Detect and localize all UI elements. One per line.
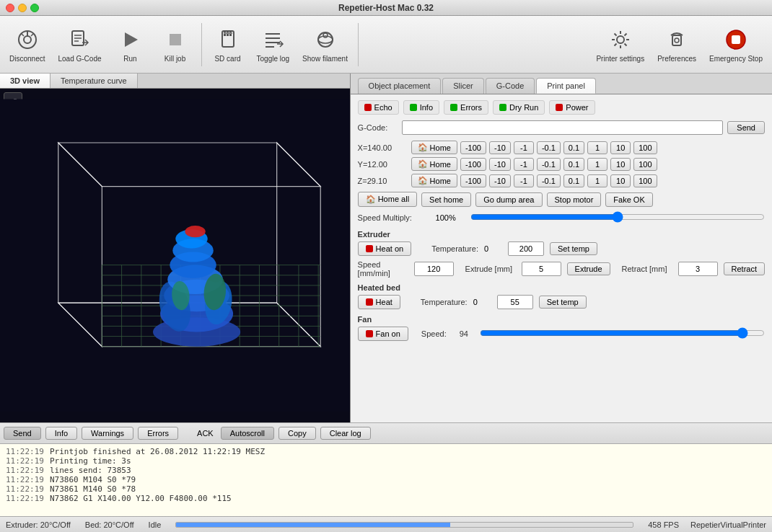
kill-job-button[interactable]: Kill job: [154, 24, 197, 66]
y-minus1-btn[interactable]: -1: [514, 158, 534, 171]
y-plus10-btn[interactable]: 10: [610, 158, 631, 171]
fan-speed-slider[interactable]: [480, 327, 765, 339]
disconnect-label: Disconnect: [9, 55, 45, 63]
x-plus100-btn[interactable]: 100: [633, 141, 657, 154]
errors-indicator[interactable]: Errors: [444, 100, 488, 115]
toggle-log-button[interactable]: Toggle log: [251, 24, 296, 66]
extrude-button[interactable]: Extrude: [567, 262, 610, 275]
y-plus01-btn[interactable]: 0.1: [563, 158, 584, 171]
y-minus100-btn[interactable]: -100: [460, 158, 486, 171]
x-home-button[interactable]: 🏠 Home: [411, 141, 457, 154]
show-filament-button[interactable]: Show filament: [297, 24, 354, 66]
retract-button[interactable]: Retract: [724, 262, 765, 275]
tab-3d-view[interactable]: 3D view: [0, 74, 51, 88]
right-panel: Object placement Slicer G-Code Print pan…: [351, 74, 772, 422]
z-minus10-btn[interactable]: -10: [489, 174, 511, 187]
gcode-send-button[interactable]: Send: [727, 121, 765, 134]
extruder-set-temp-button[interactable]: Set temp: [550, 242, 597, 255]
log-info-button[interactable]: Info: [45, 427, 77, 440]
dry-run-indicator[interactable]: Dry Run: [493, 100, 545, 115]
clear-log-button[interactable]: Clear log: [320, 427, 371, 440]
kill-job-label: Kill job: [165, 55, 185, 63]
log-line-2: 11:22:19 Printing time: 3s: [6, 456, 766, 466]
preferences-icon: [664, 27, 690, 53]
z-minus1-btn[interactable]: -1: [514, 174, 534, 187]
sd-card-button[interactable]: SD card: [206, 24, 250, 66]
gcode-input[interactable]: [402, 120, 724, 135]
bed-set-temp-button[interactable]: Set temp: [539, 296, 587, 309]
z-plus100-btn[interactable]: 100: [633, 174, 657, 187]
y-home-label: Home: [430, 160, 451, 169]
log-send-button[interactable]: Send: [4, 427, 41, 440]
echo-indicator[interactable]: Echo: [358, 100, 399, 115]
dry-run-dot: [499, 104, 506, 111]
power-dot: [556, 104, 563, 111]
y-home-button[interactable]: 🏠 Home: [411, 157, 457, 171]
x-plus10-btn[interactable]: 10: [610, 141, 631, 154]
tab-temperature-curve[interactable]: Temperature curve: [51, 74, 138, 88]
progress-bar: [176, 523, 450, 527]
minimize-btn[interactable]: [18, 4, 27, 12]
y-plus100-btn[interactable]: 100: [633, 158, 657, 171]
z-minus01-btn[interactable]: -0.1: [537, 174, 561, 187]
z-home-button[interactable]: 🏠 Home: [411, 174, 457, 187]
fake-ok-button[interactable]: Fake OK: [605, 192, 652, 207]
maximize-btn[interactable]: [30, 4, 39, 12]
y-plus1-btn[interactable]: 1: [587, 158, 607, 171]
stop-motor-button[interactable]: Stop motor: [547, 192, 602, 207]
speed-multiply-slider[interactable]: [470, 211, 765, 223]
info-label: Info: [420, 103, 433, 112]
go-dump-area-button[interactable]: Go dump area: [475, 192, 542, 207]
z-plus01-btn[interactable]: 0.1: [563, 174, 584, 187]
z-plus1-btn[interactable]: 1: [587, 174, 607, 187]
statusbar: Extruder: 20°C/Off Bed: 20°C/Off Idle 45…: [0, 516, 772, 532]
run-button[interactable]: Run: [109, 24, 152, 66]
x-plus01-btn[interactable]: 0.1: [563, 141, 584, 154]
sd-card-icon: [215, 27, 241, 53]
emergency-stop-button[interactable]: Emergency Stop: [703, 24, 768, 66]
log-warnings-button[interactable]: Warnings: [82, 427, 133, 440]
extruder-temp-set-input[interactable]: [508, 241, 544, 256]
retract-mm-input[interactable]: [678, 262, 718, 276]
close-btn[interactable]: [6, 4, 14, 12]
x-minus10-btn[interactable]: -10: [489, 141, 511, 154]
y-minus10-btn[interactable]: -10: [489, 158, 511, 171]
extruder-heat-on-button[interactable]: Heat on: [358, 241, 412, 256]
preferences-button[interactable]: Preferences: [652, 24, 702, 66]
x-minus1-btn[interactable]: -1: [514, 141, 534, 154]
3d-viewport[interactable]: ↺ ✛ ✥ ↔ 🔍 ▭ # 🗑: [0, 89, 350, 422]
printer-settings-button[interactable]: Printer settings: [590, 24, 650, 66]
tab-object-placement[interactable]: Object placement: [358, 78, 442, 94]
load-gcode-button[interactable]: Load G-Code: [52, 24, 107, 66]
extrude-mm-input[interactable]: [522, 262, 561, 276]
log-time-1: 11:22:19: [6, 447, 44, 456]
z-minus100-btn[interactable]: -100: [460, 174, 486, 187]
power-indicator[interactable]: Power: [549, 100, 595, 115]
heated-bed-heat-button[interactable]: Heat: [358, 295, 400, 309]
log-toolbar: Send Info Warnings Errors ACK Autoscroll…: [0, 422, 772, 444]
tab-print-panel[interactable]: Print panel: [536, 78, 596, 94]
home-all-button[interactable]: 🏠 Home all: [358, 192, 417, 207]
x-minus100-btn[interactable]: -100: [460, 141, 486, 154]
show-filament-icon: [312, 27, 338, 53]
svg-point-1: [24, 36, 31, 43]
copy-button[interactable]: Copy: [278, 427, 316, 440]
info-indicator[interactable]: Info: [403, 100, 439, 115]
fan-on-button[interactable]: Fan on: [358, 327, 408, 341]
y-minus01-btn[interactable]: -0.1: [537, 158, 561, 171]
x-minus01-btn[interactable]: -0.1: [537, 141, 561, 154]
autoscroll-button[interactable]: Autoscroll: [221, 427, 274, 440]
log-errors-button[interactable]: Errors: [138, 427, 178, 440]
speed-mm-input[interactable]: [414, 262, 454, 276]
extruder-heat-row: Heat on Temperature: 0 Set temp: [358, 241, 765, 256]
tab-gcode[interactable]: G-Code: [486, 78, 535, 94]
z-plus10-btn[interactable]: 10: [610, 174, 631, 187]
tab-slicer[interactable]: Slicer: [442, 78, 484, 94]
log-time-4: 11:22:19: [6, 475, 44, 484]
bed-temp-set-input[interactable]: [497, 295, 533, 309]
set-home-button[interactable]: Set home: [421, 192, 471, 207]
disconnect-button[interactable]: Disconnect: [4, 24, 51, 66]
log-time-5: 11:22:19: [6, 484, 44, 494]
log-area: 11:22:19 Printjob finished at 26.08.2012…: [0, 444, 772, 516]
x-plus1-btn[interactable]: 1: [587, 141, 607, 154]
